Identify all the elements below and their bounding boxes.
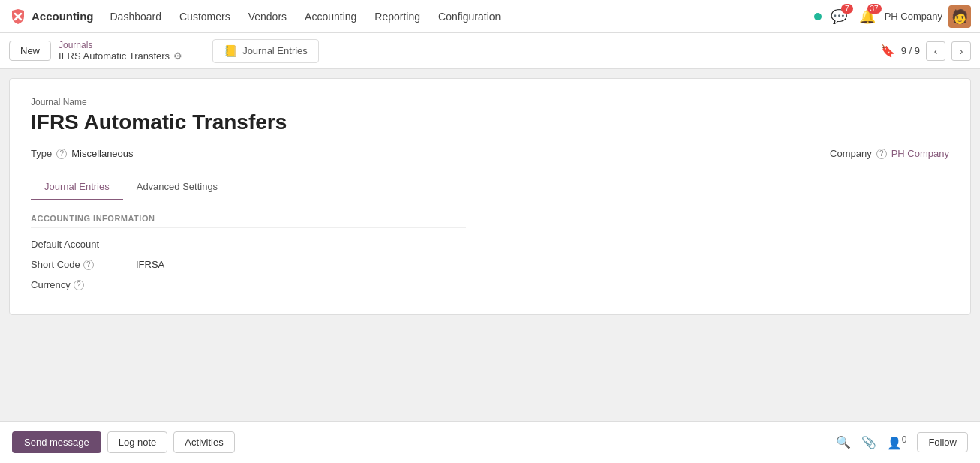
journal-entries-button[interactable]: 📒 Journal Entries (212, 39, 319, 63)
activity-badge: 37 (867, 4, 882, 14)
currency-help-icon[interactable]: ? (74, 280, 84, 290)
activities-button[interactable]: Activities (173, 431, 234, 453)
journal-entries-label: Journal Entries (242, 45, 308, 56)
chat-badge: 7 (841, 4, 853, 14)
tab-advanced-settings[interactable]: Advanced Settings (123, 174, 231, 200)
type-value: Miscellaneous (71, 148, 133, 159)
journal-name-title: IFRS Automatic Transfers (31, 110, 949, 134)
main-content: Journal Name IFRS Automatic Transfers Ty… (0, 69, 980, 421)
currency-field: Currency ? (31, 279, 949, 290)
nav-vendors[interactable]: Vendors (241, 6, 294, 27)
short-code-label: Short Code ? (31, 259, 128, 270)
type-label: Type (31, 148, 52, 159)
journal-name-label: Journal Name (31, 97, 949, 107)
nav-configuration[interactable]: Configuration (431, 6, 508, 27)
brand-area: Accounting (9, 8, 94, 26)
type-help-icon[interactable]: ? (56, 149, 67, 159)
type-field-group: Type ? Miscellaneous (31, 148, 134, 159)
bookmark-icon[interactable]: 🔖 (880, 44, 895, 58)
bottom-bar: Send message Log note Activities 🔍 📎 👤0 … (0, 421, 980, 463)
journal-icon: 📒 (224, 44, 238, 58)
prev-record-button[interactable]: ‹ (926, 41, 945, 61)
breadcrumb-parent-link[interactable]: Journals (59, 40, 182, 50)
top-navbar: Accounting Dashboard Customers Vendors A… (0, 0, 980, 33)
settings-gear-icon[interactable]: ⚙ (173, 50, 182, 62)
company-help-icon[interactable]: ? (876, 149, 887, 159)
search-icon[interactable]: 🔍 (836, 435, 851, 449)
breadcrumb-current: IFRS Automatic Transfers ⚙ (59, 50, 182, 62)
follower-count: 0 (902, 434, 907, 445)
brand-icon (9, 8, 27, 26)
brand-name: Accounting (32, 10, 94, 23)
activity-notifications-button[interactable]: 🔔 37 (856, 5, 879, 28)
subheader: New Journals IFRS Automatic Transfers ⚙ … (0, 33, 980, 69)
subheader-right: 🔖 9 / 9 ‹ › (880, 41, 971, 61)
short-code-help-icon[interactable]: ? (83, 260, 94, 270)
follow-button[interactable]: Follow (917, 432, 968, 452)
short-code-value: IFRSA (136, 259, 164, 270)
company-label: Company (830, 148, 872, 159)
send-message-button[interactable]: Send message (12, 431, 101, 453)
navbar-right: 💬 7 🔔 37 PH Company 🧑 (814, 5, 971, 28)
avatar[interactable]: 🧑 (948, 5, 971, 28)
form-card: Journal Name IFRS Automatic Transfers Ty… (9, 78, 971, 315)
next-record-button[interactable]: › (951, 41, 971, 61)
bottom-bar-right: 🔍 📎 👤0 Follow (836, 432, 968, 452)
company-value-link[interactable]: PH Company (891, 148, 949, 159)
breadcrumb: Journals IFRS Automatic Transfers ⚙ (59, 40, 182, 62)
form-fields-row: Type ? Miscellaneous Company ? PH Compan… (31, 148, 949, 159)
attachment-icon[interactable]: 📎 (861, 435, 876, 449)
company-name: PH Company (885, 11, 942, 22)
company-field-group: Company ? PH Company (830, 148, 949, 159)
chat-notifications-button[interactable]: 💬 7 (828, 5, 850, 28)
tab-journal-entries[interactable]: Journal Entries (31, 174, 123, 200)
nav-customers[interactable]: Customers (172, 6, 238, 27)
nav-accounting[interactable]: Accounting (297, 6, 364, 27)
log-note-button[interactable]: Log note (107, 431, 168, 453)
nav-reporting[interactable]: Reporting (367, 6, 428, 27)
nav-dashboard[interactable]: Dashboard (103, 6, 170, 27)
default-account-field: Default Account (31, 239, 949, 250)
breadcrumb-current-label: IFRS Automatic Transfers (59, 50, 170, 62)
tabs-bar: Journal Entries Advanced Settings (31, 174, 949, 200)
currency-label: Currency ? (31, 279, 128, 290)
short-code-field: Short Code ? IFRSA (31, 259, 949, 270)
accounting-info-section-title: Accounting Information (31, 214, 466, 228)
followers-icon: 👤0 (887, 434, 907, 450)
status-indicator (814, 13, 822, 20)
default-account-label: Default Account (31, 239, 128, 250)
pagination: 9 / 9 (901, 45, 920, 56)
new-button[interactable]: New (9, 41, 51, 61)
